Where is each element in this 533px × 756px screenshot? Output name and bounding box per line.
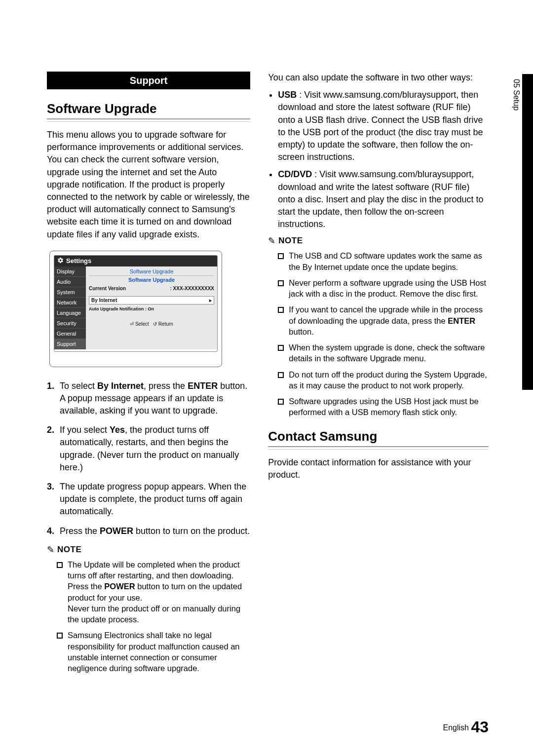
settings-ui-screenshot: Settings Display Audio System Network La…: [49, 251, 222, 367]
ui-nav-network: Network: [54, 298, 86, 308]
note-right-2: Never perform a software upgrade using t…: [289, 277, 489, 300]
ui-auto-notif: Auto Upgrade Notification : On: [89, 306, 214, 311]
note-right-3: If you want to cancel the upgrade while …: [289, 304, 489, 337]
ui-by-internet-row: By Internet ▸: [89, 296, 214, 304]
heading-contact-samsung: Contact Samsung: [268, 429, 489, 447]
note-icon: ✎: [268, 235, 275, 246]
step-3: 3. The update progress popup appears. Wh…: [47, 481, 250, 518]
enter-icon: ⏎: [130, 321, 134, 327]
ui-version-label: Current Version: [89, 286, 126, 291]
note-left-2: Samsung Electronics shall take no legal …: [68, 630, 250, 674]
ui-nav-language: Language: [54, 308, 86, 318]
footer-page-number: 43: [471, 718, 489, 736]
ui-subtitle: Software Upgrade: [89, 275, 214, 283]
ui-nav-security: Security: [54, 318, 86, 329]
page-footer: English 43: [443, 718, 489, 736]
note-right-5: Do not turn off the product during the S…: [289, 369, 489, 391]
ui-nav: Display Audio System Network Language Se…: [54, 266, 86, 349]
notes-right-list: The USB and CD software updates work the…: [268, 250, 489, 417]
ui-footer-return: Return: [158, 321, 173, 327]
footer-language: English: [443, 723, 468, 732]
note-right-6: Software upgrades using the USB Host jac…: [289, 396, 489, 418]
step-4: 4. Press the POWER button to turn on the…: [47, 525, 250, 537]
bullet-usb: USB : Visit www.samsung.com/bluraysuppor…: [278, 89, 489, 163]
return-icon: ↺: [153, 321, 157, 327]
note-icon: ✎: [47, 544, 54, 555]
chapter-label: 05 Setup: [512, 79, 521, 111]
intro-paragraph: This menu allows you to upgrade software…: [47, 129, 250, 241]
bullet-cddvd: CD/DVD : Visit www.samsung.com/bluraysup…: [278, 168, 489, 230]
note-left-1: The Update will be completed when the pr…: [68, 559, 250, 625]
chapter-tab: [522, 74, 533, 390]
section-bar-support: Support: [47, 72, 250, 89]
ui-nav-audio: Audio: [54, 277, 86, 287]
chevron-right-icon: ▸: [209, 298, 212, 303]
step-2: 2. If you select Yes, the product turns …: [47, 424, 250, 474]
note-right-1: The USB and CD software updates work the…: [289, 250, 489, 272]
ui-footer-hints: ⏎ Select ↺ Return: [89, 321, 214, 327]
right-intro: You can also update the software in two …: [268, 72, 489, 84]
step-1: 1. To select By Internet, press the ENTE…: [47, 380, 250, 417]
ui-nav-support: Support: [54, 339, 86, 349]
ui-nav-system: System: [54, 287, 86, 298]
contact-text: Provide contact information for assistan…: [268, 456, 489, 481]
note-heading: NOTE: [278, 236, 303, 246]
ui-settings-label: Settings: [66, 257, 91, 265]
heading-software-upgrade: Software Upgrade: [47, 101, 250, 119]
instruction-steps: 1. To select By Internet, press the ENTE…: [47, 380, 250, 537]
ui-by-internet-label: By Internet: [91, 298, 117, 303]
ui-nav-general: General: [54, 329, 86, 339]
ui-title-bar: Settings: [54, 256, 217, 266]
note-right-4: When the system upgrade is done, check t…: [289, 342, 489, 364]
note-heading: NOTE: [57, 545, 81, 555]
ui-nav-display: Display: [54, 266, 86, 277]
ui-main-panel: Software Upgrade Software Upgrade Curren…: [86, 266, 217, 349]
right-bullets: USB : Visit www.samsung.com/bluraysuppor…: [268, 89, 489, 230]
notes-left-list: The Update will be completed when the pr…: [47, 559, 250, 674]
gear-icon: [57, 257, 64, 265]
ui-breadcrumb: Software Upgrade: [89, 268, 214, 274]
ui-version-value: : XXX-XXXXXXXXX: [170, 286, 214, 291]
ui-footer-select: Select: [135, 321, 149, 327]
